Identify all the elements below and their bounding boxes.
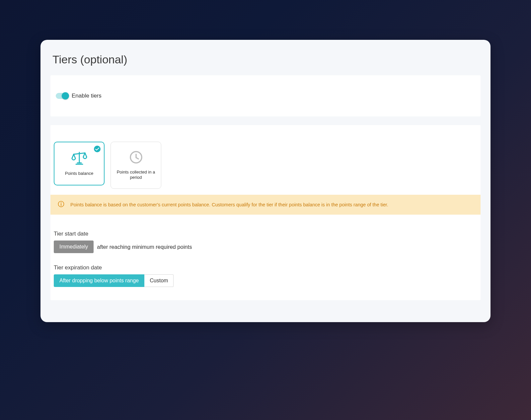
tier-start-date-row: Immediately after reaching minimum requi… bbox=[54, 241, 477, 253]
after-dropping-button[interactable]: After dropping below points range bbox=[54, 274, 144, 287]
page-title: Tiers (optional) bbox=[50, 53, 481, 66]
info-banner: Points balance is based on the customer'… bbox=[50, 195, 481, 215]
scales-icon bbox=[71, 151, 88, 167]
enable-tiers-toggle[interactable] bbox=[56, 93, 68, 99]
enable-tiers-label: Enable tiers bbox=[72, 93, 102, 99]
tier-start-suffix: after reaching minimum required points bbox=[97, 244, 192, 250]
tier-mode-options: Points balance Points collected in a per… bbox=[54, 142, 477, 189]
clock-icon bbox=[129, 150, 143, 166]
tiers-settings-card: Tiers (optional) Enable tiers bbox=[40, 40, 491, 322]
immediately-button[interactable]: Immediately bbox=[54, 241, 94, 253]
tier-start-date-group: Tier start date Immediately after reachi… bbox=[54, 231, 477, 253]
tier-expiration-row: After dropping below points range Custom bbox=[54, 274, 477, 287]
option-points-collected-label: Points collected in a period bbox=[114, 170, 158, 180]
tier-expiration-group: Tier expiration date After dropping belo… bbox=[54, 264, 477, 287]
option-points-collected[interactable]: Points collected in a period bbox=[111, 142, 161, 189]
toggle-knob bbox=[62, 92, 69, 100]
enable-tiers-panel: Enable tiers bbox=[50, 75, 481, 116]
svg-line-1 bbox=[74, 153, 85, 154]
tiers-options-panel: Points balance Points collected in a per… bbox=[50, 125, 481, 300]
check-icon bbox=[94, 146, 101, 152]
option-points-balance[interactable]: Points balance bbox=[54, 142, 105, 185]
tier-start-date-label: Tier start date bbox=[54, 231, 477, 237]
tier-expiration-label: Tier expiration date bbox=[54, 264, 477, 271]
info-banner-text: Points balance is based on the customer'… bbox=[70, 202, 388, 207]
svg-point-6 bbox=[61, 202, 61, 203]
custom-button[interactable]: Custom bbox=[144, 274, 174, 287]
option-points-balance-label: Points balance bbox=[65, 171, 93, 176]
info-icon bbox=[58, 201, 64, 209]
